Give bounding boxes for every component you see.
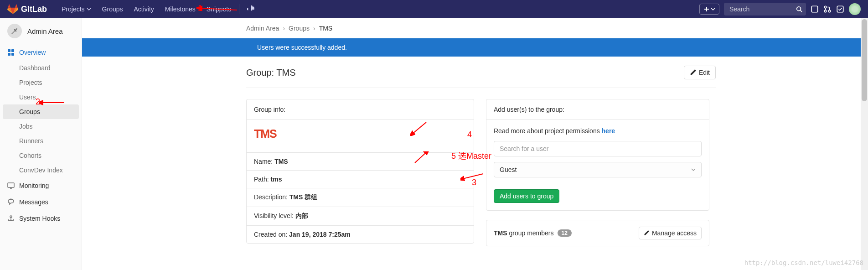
sidebar-title: Admin Area <box>27 27 63 35</box>
user-avatar[interactable] <box>849 3 861 15</box>
sidebar-item-convdev[interactable]: ConvDev Index <box>0 163 82 177</box>
members-count-badge: 12 <box>558 229 572 237</box>
group-info-header: Group info: <box>247 99 474 120</box>
role-select[interactable]: Guest <box>494 162 702 177</box>
nav-activity[interactable]: Activity <box>129 0 160 18</box>
breadcrumb-sep: › <box>283 25 285 32</box>
members-panel: TMS group members 12 Manage access <box>486 220 709 246</box>
alert-text: Users were successfully added. <box>257 44 868 51</box>
new-dropdown-button[interactable] <box>699 4 719 15</box>
sidebar-item-runners[interactable]: Runners <box>0 134 82 148</box>
sidebar-item-users[interactable]: Users <box>0 90 82 104</box>
svg-point-14 <box>10 216 12 218</box>
sidebar-hooks[interactable]: System Hooks <box>0 210 82 227</box>
info-name: Name: TMS <box>247 152 474 170</box>
pencil-icon <box>690 69 696 76</box>
nav-admin-wrench[interactable] <box>242 0 260 18</box>
sidebar-item-cohorts[interactable]: Cohorts <box>0 148 82 163</box>
sidebar-header[interactable]: Admin Area <box>0 18 82 44</box>
nav-snippets[interactable]: Snippets <box>201 0 237 18</box>
group-avatar: TMS <box>254 127 466 140</box>
watermark: http://blog.csdn.net/luwei42768 <box>744 259 863 266</box>
breadcrumb-groups[interactable]: Groups <box>289 25 310 32</box>
svg-point-4 <box>824 6 827 8</box>
info-created: Created on: Jan 19, 2018 7:25am <box>247 225 474 243</box>
breadcrumb: Admin Area › Groups › TMS <box>246 18 868 38</box>
svg-rect-3 <box>811 6 818 12</box>
user-search-input[interactable] <box>494 141 702 156</box>
chevron-down-icon <box>711 7 715 11</box>
breadcrumb-sep: › <box>313 25 315 32</box>
info-path: Path: tms <box>247 170 474 188</box>
monitoring-icon <box>7 182 15 189</box>
sidebar-messages[interactable]: Messages <box>0 194 82 210</box>
todos-icon[interactable] <box>836 5 844 13</box>
sidebar-item-dashboard[interactable]: Dashboard <box>0 61 82 75</box>
overview-icon <box>7 49 15 56</box>
page-title: Group: TMS <box>246 68 296 78</box>
permissions-text: Read more about project permissions here <box>494 127 702 135</box>
add-users-button[interactable]: Add users to group <box>494 189 559 203</box>
main-content: Admin Area › Groups › TMS Users were suc… <box>82 18 868 270</box>
info-description: Description: TMS 群组 <box>247 188 474 207</box>
sidebar-item-projects[interactable]: Projects <box>0 75 82 90</box>
nav-milestones[interactable]: Milestones <box>160 0 201 18</box>
group-info-panel: Group info: TMS Name: TMS Path: tms Desc… <box>246 99 474 244</box>
svg-rect-1 <box>704 9 709 10</box>
svg-point-13 <box>10 199 11 200</box>
info-visibility: Visibility level: 内部 <box>247 207 474 225</box>
admin-area-icon <box>7 24 22 38</box>
merge-request-icon[interactable] <box>823 5 832 13</box>
search-input[interactable] <box>724 3 806 16</box>
search-icon <box>796 6 802 12</box>
svg-rect-12 <box>8 183 14 187</box>
scrollbar-thumb[interactable] <box>862 19 867 101</box>
breadcrumb-admin[interactable]: Admin Area <box>246 25 279 32</box>
pencil-icon <box>644 230 649 236</box>
sidebar-overview[interactable]: Overview <box>0 44 82 61</box>
svg-rect-10 <box>8 53 10 56</box>
search-box <box>724 3 806 16</box>
permissions-link[interactable]: here <box>602 127 615 135</box>
svg-point-5 <box>824 10 827 12</box>
manage-access-button[interactable]: Manage access <box>639 227 702 239</box>
hooks-icon <box>7 215 15 222</box>
add-users-header: Add user(s) to the group: <box>486 99 709 120</box>
svg-point-2 <box>797 7 801 11</box>
gitlab-logo-icon <box>7 4 18 15</box>
issues-icon[interactable] <box>811 5 819 13</box>
svg-point-6 <box>828 10 831 12</box>
add-users-panel: Add user(s) to the group: Read more abou… <box>486 99 709 211</box>
sidebar-item-groups[interactable]: Groups <box>3 104 79 119</box>
svg-rect-8 <box>8 49 10 52</box>
page-header: Group: TMS Edit <box>246 66 716 88</box>
top-header: GitLab Projects Groups Activity Mileston… <box>0 0 868 18</box>
nav-divider <box>239 4 239 14</box>
scrollbar-track <box>861 18 868 270</box>
sidebar-monitoring[interactable]: Monitoring <box>0 177 82 194</box>
brand-text: GitLab <box>21 5 47 14</box>
edit-button[interactable]: Edit <box>684 66 716 79</box>
sidebar-item-jobs[interactable]: Jobs <box>0 119 82 134</box>
messages-icon <box>7 198 15 206</box>
main-nav: Projects Groups Activity Milestones Snip… <box>56 0 260 18</box>
success-alert: Users were successfully added. <box>82 38 868 57</box>
members-title: TMS group members <box>494 229 554 237</box>
nav-projects[interactable]: Projects <box>56 0 97 18</box>
nav-groups[interactable]: Groups <box>97 0 129 18</box>
svg-rect-9 <box>11 49 14 52</box>
plus-icon <box>703 6 710 12</box>
logo[interactable]: GitLab <box>7 4 47 15</box>
wrench-icon <box>247 5 254 13</box>
breadcrumb-current: TMS <box>319 25 333 32</box>
header-right <box>699 3 861 16</box>
svg-rect-11 <box>11 53 14 56</box>
sidebar: Admin Area Overview Dashboard Projects U… <box>0 18 82 270</box>
